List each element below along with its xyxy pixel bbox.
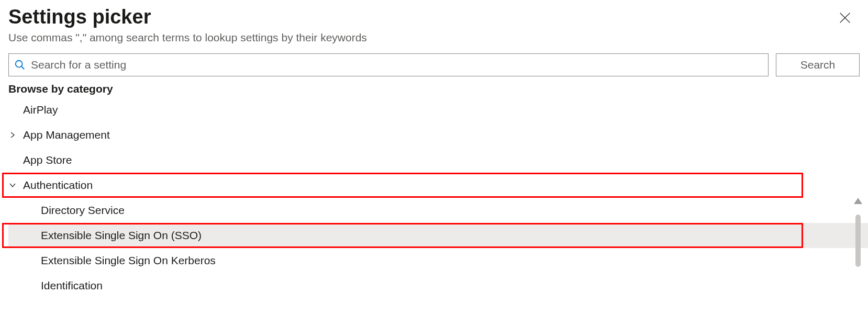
browse-by-category-label: Browse by category	[0, 83, 868, 95]
category-app-management[interactable]: App Management	[8, 122, 868, 148]
search-icon	[14, 59, 26, 71]
search-box[interactable]	[8, 53, 769, 76]
chevron-down-icon	[8, 181, 23, 189]
scroll-thumb[interactable]	[855, 215, 861, 267]
category-label: Authentication	[23, 179, 93, 192]
subcategory-label: Extensible Single Sign On Kerberos	[41, 254, 216, 267]
svg-line-3	[21, 66, 25, 69]
scroll-up-icon[interactable]	[854, 198, 862, 204]
category-app-store[interactable]: App Store	[8, 148, 868, 173]
subcategory-identification[interactable]: Identification	[8, 273, 868, 298]
subcategory-label: Extensible Single Sign On (SSO)	[41, 229, 202, 242]
subcategory-extensible-sso[interactable]: Extensible Single Sign On (SSO)	[8, 223, 868, 248]
category-authentication[interactable]: Authentication	[8, 173, 868, 198]
search-button[interactable]: Search	[776, 53, 860, 76]
page-title: Settings picker	[8, 5, 860, 29]
category-label: App Store	[23, 154, 72, 166]
scrollbar[interactable]	[853, 198, 863, 298]
subcategory-label: Identification	[41, 279, 103, 292]
subcategory-extensible-sso-kerberos[interactable]: Extensible Single Sign On Kerberos	[8, 248, 868, 273]
category-label: App Management	[23, 129, 110, 141]
subcategory-label: Directory Service	[41, 204, 125, 217]
category-airplay[interactable]: AirPlay	[8, 97, 868, 122]
category-label: AirPlay	[23, 104, 58, 116]
search-input[interactable]	[31, 59, 763, 71]
chevron-right-icon	[8, 131, 23, 139]
close-button[interactable]	[837, 9, 853, 26]
svg-point-2	[16, 60, 23, 67]
subcategory-directory-service[interactable]: Directory Service	[8, 198, 868, 223]
category-tree: AirPlay App Management App Store Authent…	[0, 97, 868, 298]
page-subtitle: Use commas "," among search terms to loo…	[8, 31, 860, 44]
close-icon	[838, 10, 852, 25]
